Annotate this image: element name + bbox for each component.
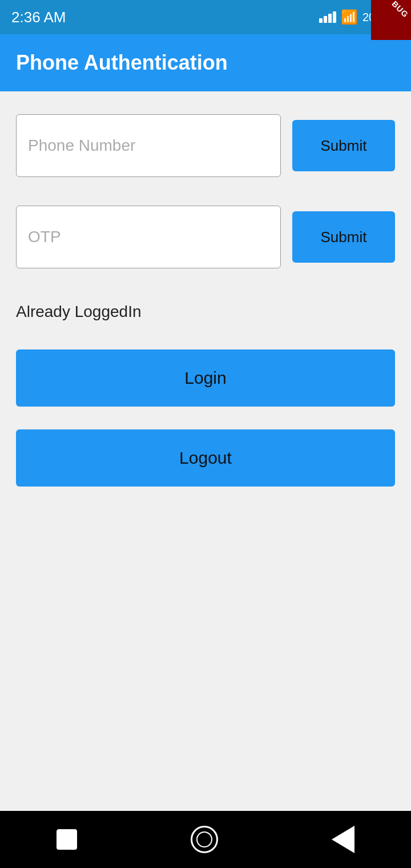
main-content: Submit Submit Already LoggedIn Login Log…	[0, 91, 411, 811]
app-title: Phone Authentication	[16, 51, 228, 75]
status-bar: 2:36 AM 📶 20%⚡ BUG	[0, 0, 411, 34]
nav-bar	[0, 811, 411, 868]
wifi-icon: 📶	[341, 9, 358, 25]
otp-submit-button[interactable]: Submit	[292, 211, 395, 263]
recent-apps-icon	[57, 829, 77, 850]
recent-apps-button[interactable]	[57, 829, 77, 850]
already-loggedin-text: Already LoggedIn	[16, 303, 395, 321]
phone-number-input[interactable]	[16, 114, 281, 177]
login-button[interactable]: Login	[16, 349, 395, 407]
signal-icon	[319, 11, 336, 23]
logout-button[interactable]: Logout	[16, 429, 395, 487]
otp-input[interactable]	[16, 206, 281, 268]
home-icon-inner	[196, 831, 212, 847]
home-button[interactable]	[191, 826, 218, 853]
app-bar: Phone Authentication	[0, 34, 411, 91]
otp-row: Submit	[16, 206, 395, 268]
debug-text: BUG	[390, 0, 410, 19]
back-icon	[332, 826, 354, 853]
back-button[interactable]	[332, 826, 354, 853]
home-icon	[191, 826, 218, 853]
status-time: 2:36 AM	[11, 9, 66, 26]
phone-submit-button[interactable]: Submit	[292, 120, 395, 171]
phone-number-row: Submit	[16, 114, 395, 177]
debug-badge: BUG	[371, 0, 411, 40]
